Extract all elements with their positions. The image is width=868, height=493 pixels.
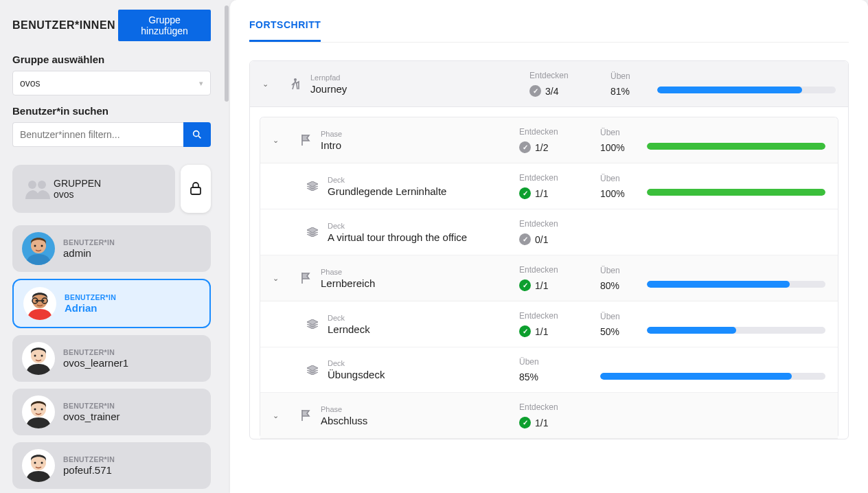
svg-point-19 (41, 355, 43, 357)
group-lock-button[interactable] (181, 165, 211, 213)
deck-row[interactable]: DeckA virtual tour through the office En… (260, 209, 838, 255)
svg-point-8 (41, 245, 43, 247)
check-icon: ✓ (519, 417, 531, 428)
svg-point-26 (34, 462, 36, 464)
flag-icon (296, 273, 315, 284)
layers-icon (303, 181, 322, 191)
svg-line-1 (198, 136, 201, 138)
check-icon: ✓ (519, 187, 531, 199)
journey-discover: 3/4 (545, 86, 558, 97)
svg-point-3 (38, 181, 46, 189)
user-list: BENUTZER*IN admin BENUTZER*IN Adrian BEN… (12, 225, 211, 489)
user-card[interactable]: BENUTZER*IN admin (12, 225, 211, 272)
user-card[interactable]: BENUTZER*IN Adrian (12, 279, 211, 328)
user-type-label: BENUTZER*IN (65, 293, 116, 301)
hiker-icon (286, 78, 305, 90)
progress-bar (647, 189, 825, 196)
svg-point-2 (28, 181, 36, 189)
caret-icon[interactable]: ⌄ (273, 411, 290, 420)
group-card[interactable]: GRUPPEN ovos (12, 165, 211, 213)
deck-title: A virtual tour through the office (328, 231, 514, 243)
svg-point-23 (41, 409, 43, 411)
phase-row[interactable]: ⌄ PhaseIntro Entdecken✓1/2 Üben100% (260, 117, 838, 163)
user-type-label: BENUTZER*IN (63, 348, 128, 356)
user-name: admin (63, 247, 115, 259)
avatar (22, 342, 55, 375)
user-name: pofeuf.571 (63, 464, 115, 476)
journey-practice: 81% (610, 86, 652, 97)
user-card[interactable]: BENUTZER*IN pofeuf.571 (12, 442, 211, 489)
deck-row[interactable]: DeckÜbungsdeck Üben85% (260, 347, 838, 393)
tab-progress[interactable]: FORTSCHRITT (249, 19, 321, 42)
deck-title: Übungsdeck (328, 369, 514, 380)
phase-row[interactable]: ⌄ PhaseLernbereich Entdecken✓1/1 Üben80% (260, 255, 838, 301)
journey-kind: Lernpfad (310, 73, 524, 82)
user-type-label: BENUTZER*IN (63, 455, 115, 463)
discover-label: Entdecken (529, 71, 605, 80)
user-type-label: BENUTZER*IN (63, 402, 120, 410)
user-type-label: BENUTZER*IN (63, 238, 115, 246)
deck-row[interactable]: DeckGrundlegende Lerninhalte Entdecken✓1… (260, 163, 838, 209)
svg-point-11 (36, 300, 38, 302)
avatar (23, 287, 56, 320)
caret-icon[interactable]: ⌄ (273, 274, 290, 283)
layers-icon (303, 365, 322, 375)
avatar (22, 232, 55, 265)
scrollbar-thumb[interactable] (225, 5, 229, 102)
avatar (22, 449, 55, 482)
deck-title: Grundlegende Lerninhalte (328, 185, 514, 197)
check-icon: ✓ (519, 141, 531, 153)
search-input[interactable] (12, 122, 183, 147)
layers-icon (303, 227, 322, 237)
progress-bar (647, 327, 825, 334)
svg-point-22 (34, 409, 36, 411)
group-select[interactable]: ovos ▾ (12, 71, 211, 95)
caret-icon[interactable]: ⌄ (273, 136, 290, 145)
user-name: Adrian (65, 302, 116, 314)
group-card-type: GRUPPEN (54, 178, 101, 189)
group-icon (22, 173, 54, 205)
user-name: ovos_learner1 (63, 357, 128, 369)
search-button[interactable] (183, 122, 211, 147)
chevron-down-icon: ▾ (199, 79, 203, 88)
lock-icon (190, 182, 202, 196)
phase-row[interactable]: ⌄ PhaseAbschluss Entdecken✓1/1 (260, 393, 838, 439)
svg-point-18 (34, 355, 36, 357)
progress-bar (647, 281, 825, 288)
progress-tree: ⌄ Lernpfad Journey Entdecken ✓3/4 Üben 8… (249, 60, 849, 439)
user-card[interactable]: BENUTZER*IN ovos_learner1 (12, 335, 211, 382)
group-select-label: Gruppe auswählen (12, 54, 211, 65)
practice-label: Üben (610, 71, 652, 81)
svg-point-0 (194, 131, 199, 137)
sidebar-title: BENUTZER*INNEN (12, 19, 115, 32)
tab-row: FORTSCHRITT (249, 19, 849, 43)
progress-bar (647, 143, 825, 150)
group-select-value: ovos (20, 78, 41, 89)
deck-title: Lerndeck (328, 323, 514, 335)
svg-point-7 (34, 245, 36, 247)
phase-title: Lernbereich (321, 277, 514, 289)
add-group-button[interactable]: Gruppe hinzufügen (118, 10, 211, 41)
svg-point-27 (41, 462, 43, 464)
user-card[interactable]: BENUTZER*IN ovos_trainer (12, 389, 211, 435)
avatar (22, 395, 55, 428)
flag-icon (296, 410, 315, 421)
user-name: ovos_trainer (63, 411, 120, 422)
main-panel: FORTSCHRITT ⌄ Lernpfad Journey Entdecken… (230, 0, 868, 493)
search-icon (192, 129, 203, 140)
caret-icon[interactable]: ⌄ (262, 80, 280, 89)
journey-progress-bar (657, 87, 836, 93)
phases-container: ⌄ PhaseIntro Entdecken✓1/2 Üben100% Deck… (260, 117, 838, 439)
check-icon: ✓ (519, 325, 531, 337)
deck-row[interactable]: DeckLerndeck Entdecken✓1/1Üben50% (260, 301, 838, 347)
svg-point-28 (294, 78, 297, 81)
phase-title: Abschluss (321, 415, 514, 426)
journey-title: Journey (310, 83, 524, 95)
phase-title: Intro (321, 139, 514, 151)
sidebar-scrollbar[interactable] (223, 0, 230, 493)
svg-rect-4 (191, 187, 201, 194)
journey-row[interactable]: ⌄ Lernpfad Journey Entdecken ✓3/4 Üben 8… (250, 61, 848, 107)
progress-bar (600, 373, 825, 380)
check-icon: ✓ (529, 85, 541, 97)
layers-icon (303, 319, 322, 329)
